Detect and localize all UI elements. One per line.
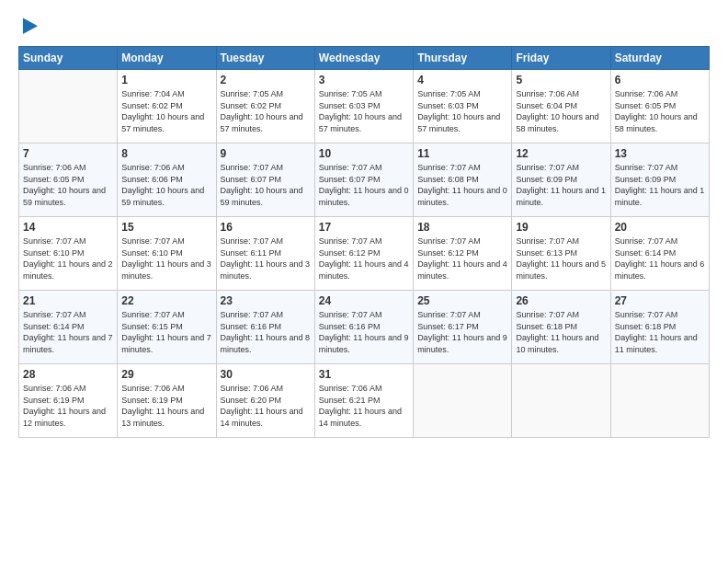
day-number: 29: [121, 368, 211, 381]
day-number: 23: [221, 294, 311, 307]
day-info: Sunrise: 7:06 AMSunset: 6:19 PMDaylight:…: [121, 383, 211, 429]
day-number: 10: [319, 147, 409, 160]
day-number: 7: [23, 147, 113, 160]
weekday-header: Tuesday: [216, 47, 314, 70]
calendar-cell: 27Sunrise: 7:07 AMSunset: 6:18 PMDayligh…: [610, 291, 709, 364]
calendar-cell: 14Sunrise: 7:07 AMSunset: 6:10 PMDayligh…: [19, 217, 118, 291]
day-info: Sunrise: 7:06 AMSunset: 6:21 PMDaylight:…: [319, 383, 409, 429]
day-info: Sunrise: 7:05 AMSunset: 6:03 PMDaylight:…: [319, 88, 409, 134]
day-number: 13: [615, 147, 705, 160]
calendar-cell: 11Sunrise: 7:07 AMSunset: 6:08 PMDayligh…: [414, 144, 512, 217]
day-info: Sunrise: 7:07 AMSunset: 6:15 PMDaylight:…: [121, 309, 211, 355]
day-info: Sunrise: 7:06 AMSunset: 6:05 PMDaylight:…: [23, 162, 113, 208]
calendar-cell: 21Sunrise: 7:07 AMSunset: 6:14 PMDayligh…: [19, 291, 118, 364]
calendar-page: SundayMondayTuesdayWednesdayThursdayFrid…: [0, 0, 728, 563]
calendar-cell: 8Sunrise: 7:06 AMSunset: 6:06 PMDaylight…: [118, 144, 216, 217]
calendar-week-row: 21Sunrise: 7:07 AMSunset: 6:14 PMDayligh…: [19, 291, 710, 364]
day-number: 2: [221, 74, 311, 86]
day-info: Sunrise: 7:07 AMSunset: 6:07 PMDaylight:…: [319, 162, 409, 208]
day-number: 24: [319, 294, 409, 307]
calendar-cell: 18Sunrise: 7:07 AMSunset: 6:12 PMDayligh…: [414, 217, 512, 291]
day-number: 20: [615, 221, 705, 234]
day-number: 18: [417, 221, 507, 234]
day-info: Sunrise: 7:06 AMSunset: 6:06 PMDaylight:…: [121, 162, 211, 208]
day-number: 25: [417, 294, 507, 307]
day-info: Sunrise: 7:07 AMSunset: 6:08 PMDaylight:…: [417, 162, 507, 208]
day-number: 11: [417, 147, 507, 160]
day-info: Sunrise: 7:07 AMSunset: 6:12 PMDaylight:…: [319, 236, 409, 282]
calendar-cell: [512, 364, 610, 438]
day-number: 28: [23, 368, 113, 381]
day-number: 12: [516, 147, 606, 160]
logo-icon: [20, 17, 40, 37]
day-number: 22: [121, 294, 211, 307]
weekday-header: Thursday: [414, 47, 512, 70]
calendar-cell: 26Sunrise: 7:07 AMSunset: 6:18 PMDayligh…: [512, 291, 610, 364]
day-info: Sunrise: 7:06 AMSunset: 6:05 PMDaylight:…: [615, 88, 705, 134]
weekday-header: Friday: [512, 47, 610, 70]
day-info: Sunrise: 7:07 AMSunset: 6:10 PMDaylight:…: [23, 236, 113, 282]
calendar-cell: 30Sunrise: 7:06 AMSunset: 6:20 PMDayligh…: [216, 364, 314, 438]
day-info: Sunrise: 7:07 AMSunset: 6:13 PMDaylight:…: [516, 236, 606, 282]
calendar-cell: 9Sunrise: 7:07 AMSunset: 6:07 PMDaylight…: [216, 144, 314, 217]
calendar-cell: 19Sunrise: 7:07 AMSunset: 6:13 PMDayligh…: [512, 217, 610, 291]
calendar-cell: [19, 70, 118, 144]
day-number: 6: [615, 74, 705, 86]
weekday-header: Sunday: [19, 47, 118, 70]
calendar-week-row: 7Sunrise: 7:06 AMSunset: 6:05 PMDaylight…: [19, 144, 710, 217]
calendar-cell: 15Sunrise: 7:07 AMSunset: 6:10 PMDayligh…: [118, 217, 216, 291]
day-info: Sunrise: 7:07 AMSunset: 6:14 PMDaylight:…: [23, 309, 113, 355]
day-number: 9: [221, 147, 311, 160]
calendar-cell: 29Sunrise: 7:06 AMSunset: 6:19 PMDayligh…: [118, 364, 216, 438]
calendar-cell: 10Sunrise: 7:07 AMSunset: 6:07 PMDayligh…: [314, 144, 413, 217]
calendar-cell: 16Sunrise: 7:07 AMSunset: 6:11 PMDayligh…: [216, 217, 314, 291]
day-info: Sunrise: 7:07 AMSunset: 6:18 PMDaylight:…: [615, 309, 705, 355]
day-number: 30: [221, 368, 311, 381]
calendar-cell: 12Sunrise: 7:07 AMSunset: 6:09 PMDayligh…: [512, 144, 610, 217]
day-number: 8: [121, 147, 211, 160]
day-info: Sunrise: 7:04 AMSunset: 6:02 PMDaylight:…: [121, 88, 211, 134]
day-info: Sunrise: 7:05 AMSunset: 6:03 PMDaylight:…: [417, 88, 507, 134]
calendar-cell: 6Sunrise: 7:06 AMSunset: 6:05 PMDaylight…: [610, 70, 709, 144]
weekday-header: Wednesday: [314, 47, 413, 70]
logo: [18, 17, 40, 37]
day-number: 21: [23, 294, 113, 307]
day-info: Sunrise: 7:06 AMSunset: 6:20 PMDaylight:…: [221, 383, 311, 429]
day-info: Sunrise: 7:06 AMSunset: 6:19 PMDaylight:…: [23, 383, 113, 429]
day-info: Sunrise: 7:07 AMSunset: 6:17 PMDaylight:…: [417, 309, 507, 355]
day-number: 17: [319, 221, 409, 234]
calendar-cell: 28Sunrise: 7:06 AMSunset: 6:19 PMDayligh…: [19, 364, 118, 438]
calendar-cell: [610, 364, 709, 438]
page-header: [18, 17, 710, 37]
day-number: 19: [516, 221, 606, 234]
day-number: 1: [121, 74, 211, 86]
calendar-cell: 4Sunrise: 7:05 AMSunset: 6:03 PMDaylight…: [414, 70, 512, 144]
day-info: Sunrise: 7:07 AMSunset: 6:09 PMDaylight:…: [516, 162, 606, 208]
day-info: Sunrise: 7:06 AMSunset: 6:04 PMDaylight:…: [516, 88, 606, 134]
day-number: 3: [319, 74, 409, 86]
svg-marker-0: [23, 17, 38, 34]
day-info: Sunrise: 7:07 AMSunset: 6:12 PMDaylight:…: [417, 236, 507, 282]
calendar-table: SundayMondayTuesdayWednesdayThursdayFrid…: [18, 46, 710, 438]
day-number: 5: [516, 74, 606, 86]
day-number: 31: [319, 368, 409, 381]
calendar-cell: 23Sunrise: 7:07 AMSunset: 6:16 PMDayligh…: [216, 291, 314, 364]
day-number: 4: [417, 74, 507, 86]
day-number: 14: [23, 221, 113, 234]
weekday-header: Monday: [118, 47, 216, 70]
day-number: 27: [615, 294, 705, 307]
calendar-header-row: SundayMondayTuesdayWednesdayThursdayFrid…: [19, 47, 710, 70]
calendar-cell: 17Sunrise: 7:07 AMSunset: 6:12 PMDayligh…: [314, 217, 413, 291]
calendar-cell: 22Sunrise: 7:07 AMSunset: 6:15 PMDayligh…: [118, 291, 216, 364]
day-info: Sunrise: 7:07 AMSunset: 6:10 PMDaylight:…: [121, 236, 211, 282]
calendar-cell: 31Sunrise: 7:06 AMSunset: 6:21 PMDayligh…: [314, 364, 413, 438]
calendar-cell: [414, 364, 512, 438]
day-info: Sunrise: 7:07 AMSunset: 6:07 PMDaylight:…: [221, 162, 311, 208]
day-info: Sunrise: 7:07 AMSunset: 6:09 PMDaylight:…: [615, 162, 705, 208]
calendar-cell: 13Sunrise: 7:07 AMSunset: 6:09 PMDayligh…: [610, 144, 709, 217]
day-info: Sunrise: 7:07 AMSunset: 6:16 PMDaylight:…: [221, 309, 311, 355]
calendar-week-row: 14Sunrise: 7:07 AMSunset: 6:10 PMDayligh…: [19, 217, 710, 291]
day-info: Sunrise: 7:07 AMSunset: 6:16 PMDaylight:…: [319, 309, 409, 355]
day-number: 26: [516, 294, 606, 307]
calendar-week-row: 1Sunrise: 7:04 AMSunset: 6:02 PMDaylight…: [19, 70, 710, 144]
